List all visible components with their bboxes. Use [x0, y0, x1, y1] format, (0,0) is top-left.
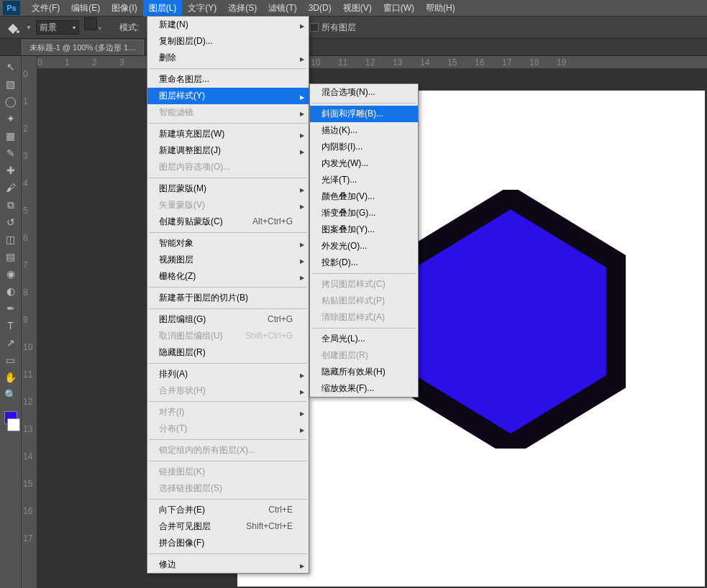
- menu-item[interactable]: 图案叠加(Y)...: [310, 221, 418, 238]
- menu-item[interactable]: 创建剪贴蒙版(C)Alt+Ctrl+G: [147, 213, 309, 230]
- menu-item: 对齐(I): [147, 404, 309, 421]
- menu-item[interactable]: 斜面和浮雕(B)...: [310, 106, 418, 122]
- gradient-tool[interactable]: ▤: [2, 249, 19, 265]
- menu-type[interactable]: 文字(Y): [182, 0, 222, 17]
- menu-select[interactable]: 选择(S): [222, 0, 263, 17]
- menu-item[interactable]: 图层样式(Y): [147, 88, 309, 104]
- document-tab-bar: 未标题-1 @ 100% (多边形 1…: [0, 39, 707, 56]
- stamp-tool[interactable]: ⧉: [2, 197, 19, 213]
- fill-source-dropdown[interactable]: 前景▾: [36, 20, 79, 35]
- menu-item: 选择链接图层(S): [147, 480, 309, 497]
- layer-menu-dropdown: 新建(N)复制图层(D)...删除重命名图层...图层样式(Y)智能滤镜新建填充…: [147, 16, 309, 574]
- heal-tool[interactable]: ✚: [2, 162, 19, 178]
- eyedrop-tool[interactable]: ✎: [2, 145, 19, 161]
- menu-item[interactable]: 排列(A): [147, 366, 309, 382]
- menu-edit[interactable]: 编辑(E): [65, 0, 106, 17]
- menu-layer[interactable]: 图层(L): [143, 0, 183, 17]
- menu-item[interactable]: 栅格化(Z): [147, 268, 309, 285]
- menu-item[interactable]: 渐变叠加(G)...: [310, 205, 418, 221]
- svg-point-0: [17, 30, 19, 33]
- menu-item[interactable]: 修边: [147, 556, 309, 573]
- menu-window[interactable]: 窗口(W): [378, 0, 420, 17]
- menu-item: 图层内容选项(O)...: [147, 159, 309, 175]
- ruler-vertical: 01234567891011121314151617: [22, 56, 37, 588]
- chevron-down-icon[interactable]: ▼: [26, 24, 32, 31]
- menu-item[interactable]: 内发光(W)...: [310, 155, 418, 172]
- menubar: Ps 文件(F) 编辑(E) 图像(I) 图层(L) 文字(Y) 选择(S) 滤…: [0, 0, 707, 16]
- crop-tool[interactable]: ▦: [2, 128, 19, 144]
- blur-tool[interactable]: ◉: [2, 266, 19, 282]
- dodge-tool[interactable]: ◐: [2, 283, 19, 299]
- marquee-tool[interactable]: ▧: [2, 76, 19, 92]
- menu-item[interactable]: 重命名图层...: [147, 71, 309, 88]
- menu-item[interactable]: 隐藏所有效果(H): [310, 364, 418, 380]
- rect-tool[interactable]: ▭: [2, 352, 19, 368]
- bucket-icon: [4, 19, 22, 36]
- menu-item[interactable]: 新建(N): [147, 17, 309, 33]
- menu-item[interactable]: 描边(K)...: [310, 122, 418, 139]
- zoom-tool[interactable]: 🔍: [2, 387, 19, 403]
- menu-item: 智能滤镜: [147, 104, 309, 121]
- type-tool[interactable]: T: [2, 318, 19, 334]
- document-tab[interactable]: 未标题-1 @ 100% (多边形 1…: [22, 40, 144, 55]
- menu-item[interactable]: 合并可见图层Shift+Ctrl+E: [147, 518, 309, 535]
- brush-tool[interactable]: 🖌: [2, 180, 19, 196]
- layer-style-submenu: 混合选项(N)...斜面和浮雕(B)...描边(K)...内阴影(I)...内发…: [309, 83, 419, 398]
- bg-swatch[interactable]: [7, 418, 20, 431]
- menu-item[interactable]: 图层编组(G)Ctrl+G: [147, 311, 309, 328]
- menu-item[interactable]: 外发光(O)...: [310, 238, 418, 254]
- menu-item: 矢量蒙版(V): [147, 197, 309, 213]
- hexagon-shape: [396, 190, 626, 449]
- menu-filter[interactable]: 滤镜(T): [263, 0, 302, 17]
- menu-item[interactable]: 缩放效果(F)...: [310, 380, 418, 397]
- menu-item[interactable]: 投影(D)...: [310, 254, 418, 271]
- ruler-horizontal: 012345678910111213141516171819: [37, 56, 707, 69]
- menu-3d[interactable]: 3D(D): [303, 1, 337, 15]
- menu-item[interactable]: 图层蒙版(M): [147, 180, 309, 197]
- wand-tool[interactable]: ✦: [2, 111, 19, 127]
- menu-item: 合并形状(H): [147, 382, 309, 399]
- tool-palette: ↖ ▧ ◯ ✦ ▦ ✎ ✚ 🖌 ⧉ ↺ ◫ ▤ ◉ ◐ ✒ T ↗ ▭ ✋ 🔍: [0, 56, 22, 588]
- menu-item[interactable]: 全局光(L)...: [310, 331, 418, 347]
- menu-item[interactable]: 新建基于图层的切片(B): [147, 290, 309, 306]
- menu-item[interactable]: 拼合图像(F): [147, 535, 309, 551]
- menu-help[interactable]: 帮助(H): [420, 0, 461, 17]
- menu-item: 锁定组内的所有图层(X)...: [147, 442, 309, 459]
- pattern-picker[interactable]: ▾: [83, 17, 112, 38]
- eraser-tool[interactable]: ◫: [2, 231, 19, 247]
- menu-item[interactable]: 内阴影(I)...: [310, 139, 418, 155]
- hand-tool[interactable]: ✋: [2, 369, 19, 385]
- menu-item[interactable]: 新建填充图层(W): [147, 126, 309, 142]
- history-tool[interactable]: ↺: [2, 214, 19, 230]
- path-tool[interactable]: ↗: [2, 335, 19, 351]
- menu-item[interactable]: 智能对象: [147, 235, 309, 252]
- lasso-tool[interactable]: ◯: [2, 93, 19, 109]
- menu-item[interactable]: 删除: [147, 50, 309, 66]
- menu-item: 清除图层样式(A): [310, 309, 418, 326]
- app-logo: Ps: [3, 1, 20, 15]
- menu-item[interactable]: 向下合并(E)Ctrl+E: [147, 502, 309, 518]
- menu-item[interactable]: 光泽(T)...: [310, 172, 418, 188]
- menu-item[interactable]: 隐藏图层(R): [147, 344, 309, 361]
- menu-item: 取消图层编组(U)Shift+Ctrl+G: [147, 328, 309, 344]
- move-tool[interactable]: ↖: [2, 59, 19, 75]
- menu-item: 链接图层(K): [147, 464, 309, 480]
- menu-image[interactable]: 图像(I): [106, 0, 142, 17]
- svg-marker-1: [405, 197, 616, 446]
- menu-item[interactable]: 新建调整图层(J): [147, 142, 309, 159]
- mode-label: 模式:: [119, 22, 139, 34]
- menu-item[interactable]: 颜色叠加(V)...: [310, 188, 418, 205]
- menu-item[interactable]: 视频图层: [147, 252, 309, 268]
- options-bar: ▼ 前景▾ ▾ 模式: 容差: 32 消除锯齿 连续的 所有图层: [0, 16, 707, 39]
- menu-file[interactable]: 文件(F): [26, 0, 65, 17]
- menu-item: 粘贴图层样式(P): [310, 293, 418, 309]
- menu-view[interactable]: 视图(V): [337, 0, 378, 17]
- menu-item: 创建图层(R): [310, 347, 418, 364]
- all-layers-checkbox[interactable]: 所有图层: [310, 22, 356, 34]
- menu-item[interactable]: 复制图层(D)...: [147, 33, 309, 50]
- menu-item: 分布(T): [147, 421, 309, 437]
- menu-item: 拷贝图层样式(C): [310, 276, 418, 293]
- pen-tool[interactable]: ✒: [2, 300, 19, 316]
- menu-item[interactable]: 混合选项(N)...: [310, 84, 418, 101]
